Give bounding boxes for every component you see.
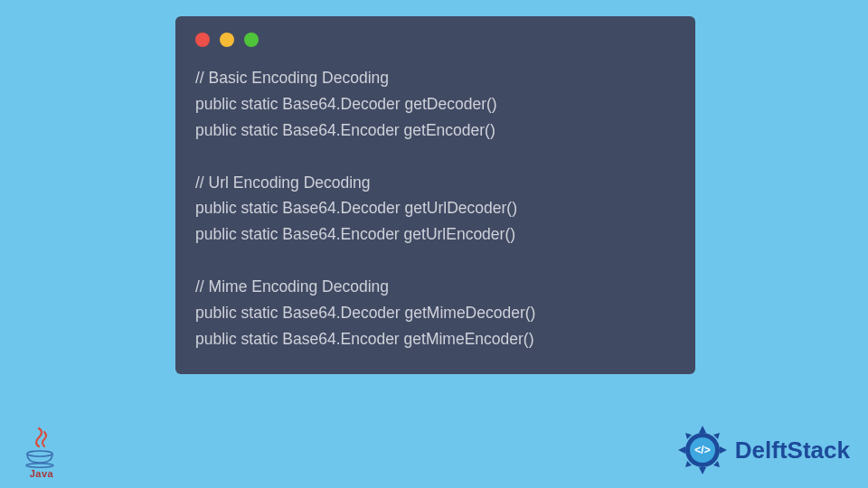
code-panel: // Basic Encoding Decoding public static… (175, 16, 695, 374)
window-titlebar (175, 16, 695, 56)
maximize-icon (244, 33, 259, 47)
code-block: // Basic Encoding Decoding public static… (175, 56, 695, 352)
svg-marker-5 (720, 446, 727, 454)
delftstack-gear-icon: </> (677, 425, 728, 475)
svg-marker-4 (678, 446, 685, 454)
java-logo: Java (18, 427, 65, 479)
svg-point-0 (27, 451, 52, 456)
svg-point-1 (26, 464, 53, 467)
java-cup-icon (18, 450, 65, 468)
svg-marker-3 (699, 467, 706, 474)
delftstack-logo: </> DelftStack (677, 425, 850, 475)
minimize-icon (220, 33, 234, 47)
svg-marker-2 (699, 426, 706, 433)
delftstack-label: DelftStack (735, 436, 850, 465)
java-steam-icon (18, 427, 65, 448)
svg-text:</>: </> (694, 444, 710, 456)
java-label: Java (18, 468, 65, 479)
close-icon (195, 33, 210, 47)
